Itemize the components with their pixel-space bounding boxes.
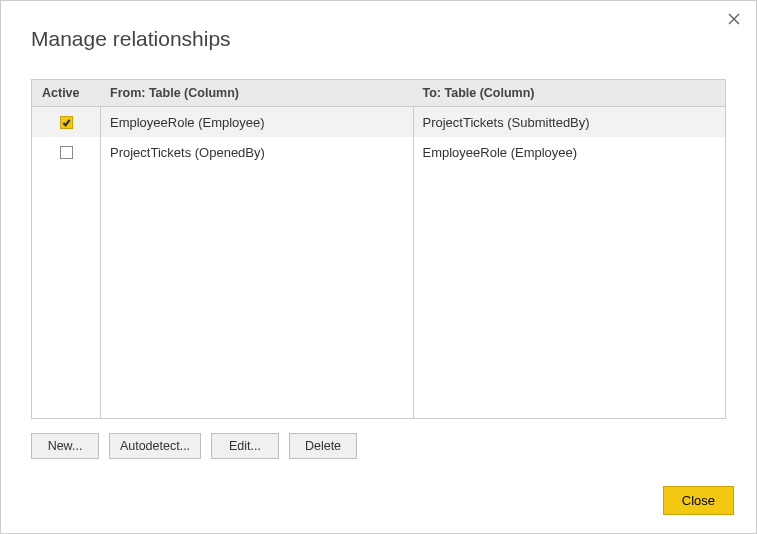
close-button[interactable]: Close <box>663 486 734 515</box>
dialog-footer: Close <box>663 486 734 515</box>
manage-relationships-dialog: Manage relationships Active From: Table … <box>0 0 757 534</box>
delete-button[interactable]: Delete <box>289 433 357 459</box>
column-divider <box>100 107 101 418</box>
from-cell: EmployeeRole (Employee) <box>100 109 413 136</box>
active-cell <box>32 140 100 165</box>
close-icon[interactable] <box>722 7 746 31</box>
table-header-row: Active From: Table (Column) To: Table (C… <box>32 80 725 107</box>
column-header-to[interactable]: To: Table (Column) <box>413 80 726 106</box>
table-row[interactable]: ProjectTickets (OpenedBy)EmployeeRole (E… <box>32 137 725 167</box>
action-button-row: New... Autodetect... Edit... Delete <box>31 433 726 459</box>
active-cell <box>32 110 100 135</box>
from-cell: ProjectTickets (OpenedBy) <box>100 139 413 166</box>
autodetect-button[interactable]: Autodetect... <box>109 433 201 459</box>
active-checkbox[interactable] <box>60 116 73 129</box>
to-cell: EmployeeRole (Employee) <box>413 139 726 166</box>
column-header-from[interactable]: From: Table (Column) <box>100 80 413 106</box>
active-checkbox[interactable] <box>60 146 73 159</box>
column-header-active[interactable]: Active <box>32 80 100 106</box>
column-divider <box>413 107 414 418</box>
edit-button[interactable]: Edit... <box>211 433 279 459</box>
dialog-title: Manage relationships <box>1 1 756 65</box>
table-body: EmployeeRole (Employee)ProjectTickets (S… <box>32 107 725 418</box>
relationships-table: Active From: Table (Column) To: Table (C… <box>31 79 726 419</box>
to-cell: ProjectTickets (SubmittedBy) <box>413 109 726 136</box>
table-row[interactable]: EmployeeRole (Employee)ProjectTickets (S… <box>32 107 725 137</box>
new-button[interactable]: New... <box>31 433 99 459</box>
